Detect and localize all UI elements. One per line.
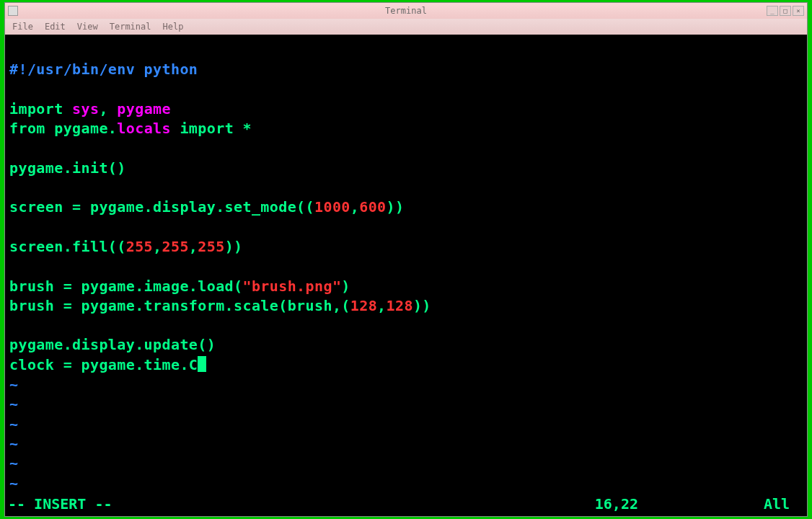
minimize-button[interactable]: _ [767, 6, 778, 16]
vim-scroll-percent: All [764, 495, 790, 513]
code-line-4: from pygame.locals import * [9, 120, 252, 137]
code-line-15: pygame.display.update() [9, 336, 216, 353]
code-line-6: pygame.init() [9, 159, 126, 177]
code-line-3: import sys, pygame [9, 100, 171, 117]
code-line-12: brush = pygame.image.load("brush.png") [9, 278, 350, 295]
code-line-16: clock = pygame.time.C [9, 356, 198, 373]
window-titlebar[interactable]: Terminal _ □ × [5, 3, 807, 19]
vim-tilde: ~ [9, 474, 18, 492]
editor-area[interactable]: #!/usr/bin/env python import sys, pygame… [6, 36, 806, 515]
menubar: File Edit View Terminal Help [5, 19, 807, 35]
vim-tilde: ~ [9, 415, 18, 432]
menu-terminal[interactable]: Terminal [110, 22, 151, 32]
maximize-button[interactable]: □ [780, 6, 791, 16]
text-cursor [198, 356, 206, 372]
menu-help[interactable]: Help [163, 22, 184, 32]
code-line-8: screen = pygame.display.set_mode((1000,6… [9, 198, 404, 216]
vim-tilde: ~ [9, 454, 18, 471]
vim-tilde: ~ [9, 376, 18, 393]
code-line-13: brush = pygame.transform.scale(brush,(12… [9, 297, 431, 314]
menu-view[interactable]: View [77, 22, 98, 32]
window-title: Terminal [385, 6, 427, 16]
vim-mode: -- INSERT -- [8, 495, 112, 513]
window-icon [8, 6, 18, 16]
code-line-1: #!/usr/bin/env python [9, 61, 198, 78]
vim-tilde: ~ [9, 435, 18, 452]
window-controls: _ □ × [767, 6, 804, 16]
vim-tilde: ~ [9, 395, 18, 412]
menu-file[interactable]: File [12, 22, 33, 32]
close-button[interactable]: × [793, 6, 804, 16]
terminal-window: Terminal _ □ × File Edit View Terminal H… [4, 2, 808, 517]
vim-cursor-position: 16,22 [595, 495, 638, 513]
vim-statusline: -- INSERT -- 16,22 All [8, 494, 804, 513]
code-line-10: screen.fill((255,255,255)) [9, 238, 243, 255]
menu-edit[interactable]: Edit [45, 22, 66, 32]
